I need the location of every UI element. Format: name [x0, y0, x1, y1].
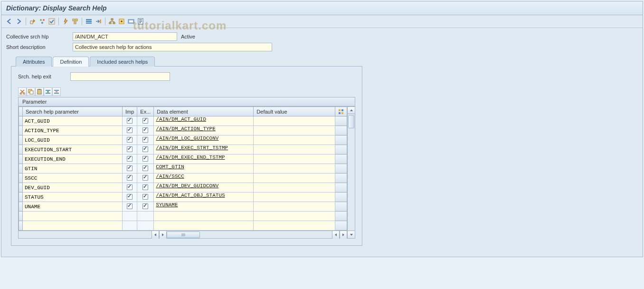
- checkbox-icon[interactable]: [127, 137, 133, 143]
- check-icon[interactable]: [47, 17, 56, 26]
- default-value-cell[interactable]: [254, 116, 335, 125]
- navigate-icon[interactable]: [94, 17, 103, 26]
- scroll-left-icon[interactable]: [332, 231, 340, 239]
- checkbox-icon[interactable]: [142, 194, 148, 200]
- display-object-list-icon[interactable]: [85, 17, 93, 26]
- param-cell[interactable]: [23, 212, 123, 221]
- scroll-up-icon[interactable]: [348, 106, 355, 114]
- vscroll-thumb[interactable]: [348, 115, 354, 128]
- imp-cell[interactable]: [123, 135, 137, 145]
- checkbox-icon[interactable]: [142, 146, 148, 152]
- checkbox-icon[interactable]: [127, 165, 133, 171]
- row-selector[interactable]: [19, 183, 23, 193]
- col-search-help-parameter[interactable]: Search help parameter: [23, 107, 123, 116]
- checkbox-icon[interactable]: [142, 118, 148, 124]
- col-data-element[interactable]: Data element: [154, 107, 254, 116]
- row-selector[interactable]: [19, 145, 23, 154]
- checkbox-icon[interactable]: [142, 127, 148, 133]
- data-element-cell[interactable]: /AIN/DM_DEV_GUIDCONV: [154, 183, 253, 192]
- default-value-cell[interactable]: [254, 193, 335, 202]
- col-exp[interactable]: Ex...: [137, 107, 154, 116]
- technical-settings-icon[interactable]: [127, 17, 135, 26]
- row-selector[interactable]: [19, 135, 23, 145]
- col-default-value[interactable]: Default value: [254, 107, 335, 116]
- data-element-cell[interactable]: /AIN/SSCC: [154, 173, 253, 183]
- param-cell[interactable]: [23, 116, 122, 125]
- param-cell[interactable]: [23, 183, 122, 192]
- scroll-right-icon[interactable]: [340, 231, 347, 239]
- data-element-cell[interactable]: [154, 212, 254, 221]
- col-imp[interactable]: Imp: [123, 107, 137, 116]
- row-selector[interactable]: [19, 154, 23, 164]
- row-selector[interactable]: [19, 212, 23, 221]
- checkbox-icon[interactable]: [127, 118, 133, 124]
- data-element-cell[interactable]: [154, 221, 254, 231]
- data-element-cell[interactable]: /AIN/DM_EXEC_END_TSTMP: [154, 154, 253, 164]
- back-icon[interactable]: [5, 17, 14, 26]
- insert-row-icon[interactable]: [44, 87, 52, 96]
- exp-cell[interactable]: [137, 145, 154, 154]
- param-cell[interactable]: [23, 145, 122, 154]
- imp-cell[interactable]: [123, 145, 137, 154]
- imp-cell[interactable]: [123, 221, 137, 231]
- checkbox-icon[interactable]: [142, 156, 148, 162]
- param-cell[interactable]: [23, 221, 123, 231]
- row-selector[interactable]: [19, 164, 23, 173]
- checkbox-icon[interactable]: [142, 165, 148, 171]
- default-value-cell[interactable]: [254, 126, 335, 135]
- where-used-icon[interactable]: [71, 17, 79, 26]
- srch-help-exit-field[interactable]: [70, 72, 170, 81]
- imp-cell[interactable]: [123, 212, 137, 221]
- data-element-cell[interactable]: /AIN/DM_ACTION_TYPE: [154, 126, 253, 135]
- checkbox-icon[interactable]: [127, 175, 133, 181]
- exp-cell[interactable]: [137, 183, 154, 193]
- data-element-cell[interactable]: COMT_GTIN: [154, 164, 253, 173]
- data-element-cell[interactable]: /AIN/DM_ACT_OBJ_STATUS: [154, 193, 253, 202]
- imp-cell[interactable]: [123, 193, 137, 202]
- param-cell[interactable]: [23, 154, 122, 164]
- vertical-scrollbar[interactable]: [347, 106, 355, 238]
- collective-srch-hlp-field[interactable]: /AIN/DM_ACT: [73, 32, 177, 41]
- default-value-cell[interactable]: [254, 154, 335, 164]
- exp-cell[interactable]: [137, 164, 154, 173]
- imp-cell[interactable]: [123, 183, 137, 193]
- copy-icon[interactable]: [27, 87, 35, 96]
- scroll-right-icon[interactable]: [159, 231, 167, 239]
- display-change-icon[interactable]: [28, 17, 37, 26]
- row-selector[interactable]: [19, 126, 23, 135]
- imp-cell[interactable]: [123, 116, 137, 126]
- param-cell[interactable]: [23, 173, 122, 183]
- imp-cell[interactable]: [123, 154, 137, 164]
- append-icon[interactable]: [117, 17, 126, 26]
- param-cell[interactable]: [23, 202, 122, 211]
- hscroll-thumb[interactable]: [167, 231, 200, 238]
- table-settings-icon[interactable]: [335, 107, 347, 116]
- param-cell[interactable]: [23, 193, 122, 202]
- imp-cell[interactable]: [123, 126, 137, 135]
- activate-icon[interactable]: [61, 17, 70, 26]
- imp-cell[interactable]: [123, 173, 137, 183]
- exp-cell[interactable]: [137, 126, 154, 135]
- tab-included[interactable]: Included search helps: [90, 57, 155, 67]
- data-element-cell[interactable]: /AIN/DM_ACT_GUID: [154, 116, 253, 125]
- checkbox-icon[interactable]: [127, 127, 133, 133]
- data-element-cell[interactable]: /AIN/DM_EXEC_STRT_TSTMP: [154, 145, 253, 154]
- row-selector[interactable]: [19, 202, 23, 212]
- checkbox-icon[interactable]: [127, 146, 133, 152]
- exp-cell[interactable]: [137, 221, 154, 231]
- row-selector-header[interactable]: [19, 107, 23, 116]
- other-object-icon[interactable]: [38, 17, 47, 26]
- imp-cell[interactable]: [123, 202, 137, 212]
- checkbox-icon[interactable]: [142, 184, 148, 190]
- delete-row-icon[interactable]: [52, 87, 61, 96]
- row-selector[interactable]: [19, 193, 23, 202]
- default-value-cell[interactable]: [254, 202, 335, 211]
- checkbox-icon[interactable]: [127, 194, 133, 200]
- exp-cell[interactable]: [137, 212, 154, 221]
- exp-cell[interactable]: [137, 193, 154, 202]
- tab-definition[interactable]: Definition: [53, 57, 89, 67]
- checkbox-icon[interactable]: [127, 203, 133, 209]
- default-value-cell[interactable]: [254, 212, 335, 221]
- default-value-cell[interactable]: [254, 145, 335, 154]
- default-value-cell[interactable]: [254, 164, 335, 173]
